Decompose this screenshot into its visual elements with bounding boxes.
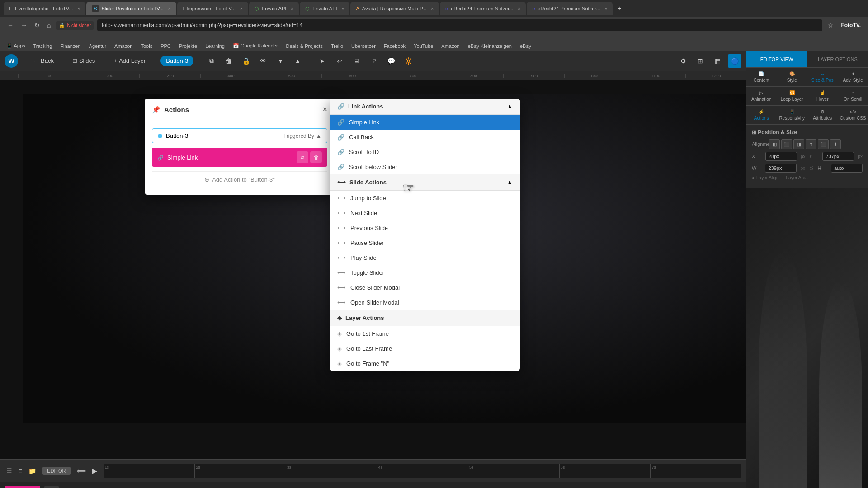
tab-close-active[interactable]: × bbox=[168, 6, 171, 11]
timeline-layers-icon[interactable]: ≡ bbox=[17, 465, 24, 476]
tab-eventfotografie[interactable]: E Eventfotografie - FotoTV... × bbox=[4, 2, 85, 15]
dropdown-item-scroll-below[interactable]: 🔗 Scroll below Slider bbox=[330, 160, 520, 174]
slides-button[interactable]: ⊞ Slides bbox=[69, 56, 99, 66]
adv-style-icon-btn[interactable]: ✦ Adv. Style bbox=[838, 68, 868, 86]
bookmark-trello[interactable]: Trello bbox=[328, 42, 346, 50]
dropdown-item-go-to-last-frame[interactable]: ◈ Go to Last Frame bbox=[330, 341, 520, 356]
tab-envato1[interactable]: ⬡ Envato API × bbox=[249, 2, 299, 15]
w-input[interactable] bbox=[765, 164, 797, 173]
actions-icon-btn[interactable]: ⚡ Actions bbox=[746, 106, 777, 124]
hover-icon-btn[interactable]: ☝ Hover bbox=[807, 87, 838, 105]
play-icon[interactable]: ▶ bbox=[90, 465, 99, 476]
slide-actions-header[interactable]: ⟷ Slide Actions ▲ bbox=[330, 174, 520, 191]
size-pos-icon-btn[interactable]: ↔ Size & Pos bbox=[807, 68, 838, 86]
tab-avada[interactable]: A Avada | Responsive Multi-P... × bbox=[350, 2, 439, 15]
actions-close-button[interactable]: × bbox=[322, 105, 327, 114]
tab-envato2[interactable]: ⬡ Envato API × bbox=[300, 2, 349, 15]
bookmark-amazon[interactable]: Amazon bbox=[112, 42, 135, 50]
dropdown-item-open-modal[interactable]: ⟷ Open Slider Modal bbox=[330, 295, 520, 310]
bookmark-agentur[interactable]: Agentur bbox=[86, 42, 109, 50]
delete-icon[interactable]: 🗑 bbox=[222, 54, 236, 68]
loop-layer-icon-btn[interactable]: 🔁 Loop Layer bbox=[777, 87, 808, 105]
chat-icon[interactable]: 💬 bbox=[384, 54, 398, 68]
preview-icon[interactable]: 🖥 bbox=[350, 54, 363, 68]
align-top-btn[interactable]: ⬆ bbox=[806, 139, 816, 149]
lock-layer-icon[interactable]: 🔒 bbox=[239, 54, 253, 68]
tab-close6[interactable]: × bbox=[518, 6, 520, 11]
responsivity-icon-btn[interactable]: 📱 Responsivity bbox=[777, 106, 808, 124]
duplicate-icon[interactable]: ⧉ bbox=[205, 54, 218, 68]
align-bottom-btn[interactable]: ⬇ bbox=[830, 139, 841, 149]
tab-impressum[interactable]: I Impressum - FotoTV... × bbox=[177, 2, 248, 15]
bookmark-ebay[interactable]: eBay bbox=[517, 42, 534, 50]
timeline-folder-icon[interactable]: 📁 bbox=[27, 465, 38, 476]
bookmark-googlecal[interactable]: 📅 Google Kalender bbox=[230, 42, 281, 50]
y-input[interactable] bbox=[822, 152, 854, 161]
dropdown-item-simple-link[interactable]: 🔗 Simple Link bbox=[330, 115, 520, 130]
home-btn[interactable]: ⌂ bbox=[45, 21, 52, 30]
dropdown-item-call-back[interactable]: 🔗 Call Back bbox=[330, 130, 520, 145]
tab-close4[interactable]: × bbox=[342, 6, 344, 11]
button3-selector[interactable]: Button-3 bbox=[160, 56, 193, 66]
animation-icon-btn[interactable]: ▷ Animation bbox=[746, 87, 777, 105]
layer-actions-header[interactable]: ◈ Layer Actions bbox=[330, 310, 520, 326]
bookmark-finanzen[interactable]: Finanzen bbox=[57, 42, 83, 50]
tab-close3[interactable]: × bbox=[291, 6, 293, 11]
grid-view-icon[interactable]: ⊞ bbox=[693, 54, 707, 68]
tab-sliderrevolution[interactable]: S Slider Revolution ‹ FotoTV... × bbox=[86, 2, 176, 15]
bookmark-projekte[interactable]: Projekte bbox=[176, 42, 200, 50]
bookmark-deals[interactable]: Deals & Projects bbox=[283, 42, 326, 50]
add-layer-button[interactable]: + Add Layer bbox=[110, 56, 149, 66]
editor-view-tab[interactable]: EDITOR VIEW bbox=[746, 51, 807, 67]
dropdown-item-go-to-frame-n[interactable]: ◈ Go to Frame "N" bbox=[330, 356, 520, 371]
link-actions-header[interactable]: 🔗 Link Actions ▲ bbox=[330, 99, 520, 115]
add-action-row[interactable]: ⊕ Add Action to "Button-3" bbox=[152, 171, 327, 188]
attributes-icon-btn[interactable]: ⚙ Attributes bbox=[807, 106, 838, 124]
panel-icon[interactable]: ▦ bbox=[711, 54, 724, 68]
dropdown-item-toggle-slider[interactable]: ⟷ Toggle Slider bbox=[330, 265, 520, 280]
timeline-list-icon[interactable]: ☰ bbox=[5, 465, 14, 476]
dropdown-item-previous-slide[interactable]: ⟷ Previous Slide bbox=[330, 221, 520, 235]
custom-css-icon-btn[interactable]: </> Custom CSS bbox=[838, 106, 868, 124]
dropdown-item-play-slide[interactable]: ⟷ Play Slide bbox=[330, 250, 520, 265]
address-input[interactable] bbox=[97, 19, 823, 31]
bookmark-youtube[interactable]: YouTube bbox=[411, 42, 436, 50]
reload-btn[interactable]: ↻ bbox=[33, 21, 42, 30]
visibility-icon[interactable]: 👁 bbox=[256, 54, 270, 68]
bookmark-ubersetzer[interactable]: Übersetzer bbox=[349, 42, 378, 50]
bookmark-facebook[interactable]: Facebook bbox=[381, 42, 408, 50]
dropdown-icon[interactable]: ▾ bbox=[274, 54, 287, 68]
bookmark-tracking[interactable]: Tracking bbox=[31, 42, 55, 50]
bookmark-apps[interactable]: 📱 Apps bbox=[4, 42, 28, 50]
action-delete-button[interactable]: 🗑 bbox=[310, 151, 322, 163]
layer-button3[interactable]: Button-3 → bbox=[5, 486, 40, 488]
forward-nav-btn[interactable]: → bbox=[19, 21, 29, 30]
style-icon-btn[interactable]: 🎨 Style bbox=[777, 68, 808, 86]
on-scroll-icon-btn[interactable]: ↕ On Scroll bbox=[838, 87, 868, 105]
dropdown-item-go-to-1st-frame[interactable]: ◈ Go to 1st Frame bbox=[330, 326, 520, 341]
content-icon-btn[interactable]: 📄 Content bbox=[746, 68, 777, 86]
tab-close[interactable]: × bbox=[77, 6, 80, 11]
rewind-icon[interactable]: ⟸ bbox=[75, 465, 88, 476]
arrow-tool-icon[interactable]: ➤ bbox=[316, 54, 329, 68]
back-nav-btn[interactable]: ← bbox=[5, 21, 15, 30]
back-button[interactable]: ← Back bbox=[29, 56, 57, 66]
action-copy-button[interactable]: ⧉ bbox=[297, 151, 308, 163]
bookmark-amazon2[interactable]: Amazon bbox=[439, 42, 462, 50]
dropdown-item-scroll-to-id[interactable]: 🔗 Scroll To ID bbox=[330, 145, 520, 160]
undo-icon[interactable]: ↩ bbox=[333, 54, 346, 68]
dropdown-item-jump-to-slide[interactable]: ⟷ Jump to Slide bbox=[330, 191, 520, 206]
bookmark-learning[interactable]: Learning bbox=[203, 42, 227, 50]
dropdown-item-close-modal[interactable]: ⟷ Close Slider Modal bbox=[330, 280, 520, 295]
help-icon[interactable]: ? bbox=[367, 54, 381, 68]
h-input[interactable] bbox=[831, 164, 863, 173]
x-input[interactable] bbox=[765, 152, 797, 161]
tab-close2[interactable]: × bbox=[240, 6, 243, 11]
bookmark-ppc[interactable]: PPC bbox=[158, 42, 174, 50]
up-icon[interactable]: ▲ bbox=[291, 54, 304, 68]
dropdown-item-pause-slider[interactable]: ⟷ Pause Slider bbox=[330, 235, 520, 250]
dropdown-item-next-slide[interactable]: ⟷ Next Slide bbox=[330, 206, 520, 221]
active-tool-icon[interactable]: 🔵 bbox=[728, 54, 741, 68]
align-center-btn[interactable]: ⬛ bbox=[781, 139, 792, 149]
align-left-btn[interactable]: ◧ bbox=[769, 139, 780, 149]
